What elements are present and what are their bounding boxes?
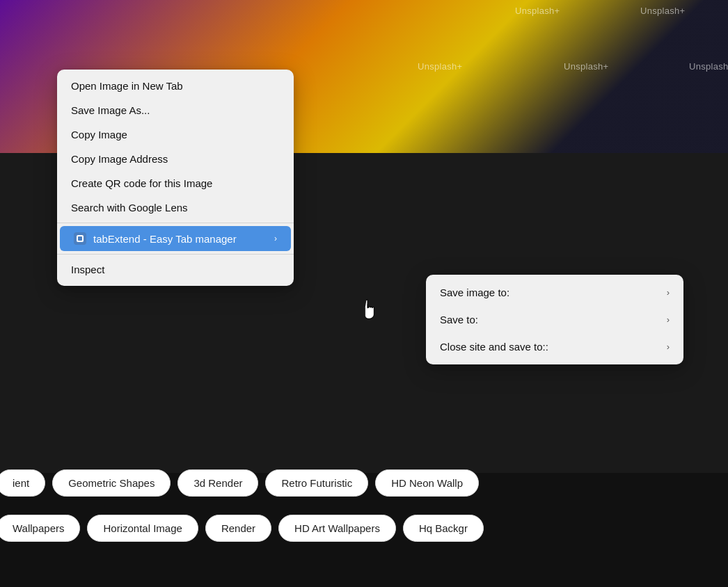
submenu-chevron: › xyxy=(274,234,277,243)
tags-row-2: Wallpapers Horizontal Image Render HD Ar… xyxy=(0,515,484,542)
context-menu: Open Image in New Tab Save Image As... C… xyxy=(57,70,294,286)
tag-gradient[interactable]: ient xyxy=(0,469,45,497)
submenu-item-save-image-to[interactable]: Save image to: › xyxy=(426,279,683,306)
tag-wallpapers[interactable]: Wallpapers xyxy=(0,515,80,542)
submenu-chevron-3: › xyxy=(667,341,670,352)
submenu-chevron-1: › xyxy=(667,287,670,298)
submenu-item-save-to[interactable]: Save to: › xyxy=(426,306,683,333)
menu-item-create-qr[interactable]: Create QR code for this Image xyxy=(57,171,294,195)
menu-item-google-lens[interactable]: Search with Google Lens xyxy=(57,195,294,220)
tag-retro-futuristic[interactable]: Retro Futuristic xyxy=(265,469,368,497)
tabextend-icon xyxy=(74,232,86,245)
tag-hd-art-wallpapers[interactable]: HD Art Wallpapers xyxy=(278,515,396,542)
submenu-chevron-2: › xyxy=(667,314,670,325)
menu-item-tabextend[interactable]: tabExtend - Easy Tab manager › xyxy=(60,226,291,251)
unsplash-label-2: Unsplash+ xyxy=(640,6,686,16)
unsplash-label-4: Unsplash+ xyxy=(564,61,609,72)
tag-geometric-shapes[interactable]: Geometric Shapes xyxy=(52,469,171,497)
menu-item-save-image-as[interactable]: Save Image As... xyxy=(57,98,294,122)
separator-2 xyxy=(57,254,294,255)
menu-item-open-image[interactable]: Open Image in New Tab xyxy=(57,74,294,98)
tabextend-icon-inner xyxy=(77,235,84,242)
tag-render[interactable]: Render xyxy=(205,515,271,542)
unsplash-label-3: Unsplash+ xyxy=(418,61,463,72)
menu-item-copy-image[interactable]: Copy Image xyxy=(57,122,294,147)
tags-row-1: ient Geometric Shapes 3d Render Retro Fu… xyxy=(0,469,479,497)
tag-3d-render[interactable]: 3d Render xyxy=(177,469,258,497)
tag-hq-background[interactable]: Hq Backgr xyxy=(403,515,484,542)
separator-1 xyxy=(57,223,294,223)
submenu-item-close-site-save-to[interactable]: Close site and save to:: › xyxy=(426,333,683,360)
menu-item-copy-image-address[interactable]: Copy Image Address xyxy=(57,147,294,171)
submenu: Save image to: › Save to: › Close site a… xyxy=(426,275,683,364)
unsplash-label-5: Unsplash+ xyxy=(689,61,728,72)
unsplash-label-1: Unsplash+ xyxy=(515,6,560,16)
menu-item-inspect[interactable]: Inspect xyxy=(57,257,294,282)
tag-hd-neon-wallpaper[interactable]: HD Neon Wallp xyxy=(375,469,479,497)
tag-horizontal-image[interactable]: Horizontal Image xyxy=(87,515,198,542)
